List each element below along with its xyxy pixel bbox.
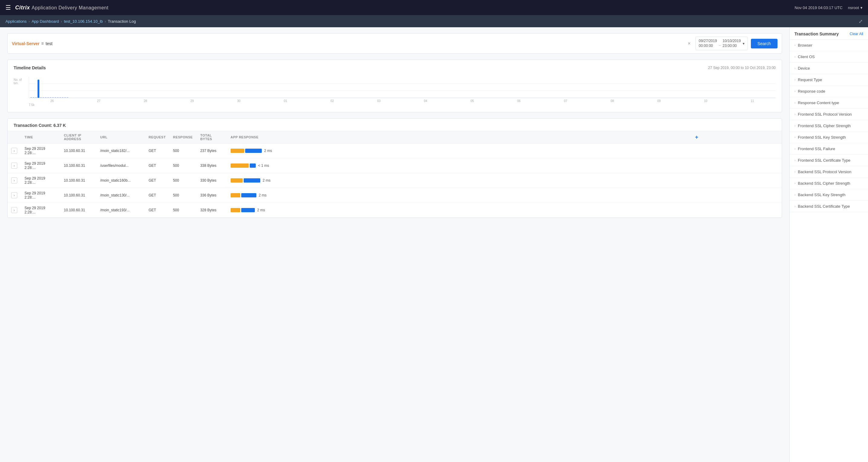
xaxis-label: 03	[377, 99, 380, 103]
chevron-right-icon: ›	[795, 124, 795, 127]
cell-url: /moin_static182/...	[97, 144, 145, 158]
cell-url: /moin_static193/...	[97, 203, 145, 218]
chevron-right-icon: ›	[795, 193, 795, 196]
sidebar-item-backend-ssl-key-strength[interactable]: › Backend SSL Key Strength	[789, 189, 868, 201]
search-button[interactable]: Search	[751, 39, 777, 49]
sidebar-item-label: Frontend SSL Key Strength	[798, 135, 846, 140]
sidebar-item-backend-ssl-cipher-strength[interactable]: › Backend SSL Cipher Strength	[789, 178, 868, 189]
topbar-right: Nov 04 2019 04:03:17 UTC nsroot ▾	[795, 5, 863, 10]
chevron-right-icon: ›	[795, 135, 795, 139]
date-chevron-icon: ▾	[743, 41, 745, 46]
sidebar-item-frontend-ssl-key-strength[interactable]: › Frontend SSL Key Strength	[789, 132, 868, 143]
table-row: › Sep 29 2019 2:28:... 10.100.60.31 /moi…	[7, 203, 782, 218]
user-menu[interactable]: nsroot ▾	[848, 5, 863, 10]
chevron-right-icon: ›	[795, 43, 795, 47]
xaxis-label: 26	[51, 99, 54, 103]
sidebar-item-client-os[interactable]: › Client OS	[789, 51, 868, 63]
xaxis-label: 02	[331, 99, 334, 103]
sidebar-item-frontend-ssl-failure[interactable]: › Frontend SSL Failure	[789, 143, 868, 155]
sidebar-item-response-code[interactable]: › Response code	[789, 86, 868, 97]
xaxis-label: 28	[144, 99, 147, 103]
chart-bar-7	[47, 97, 49, 98]
cell-ip: 10.100.60.31	[60, 158, 97, 173]
expand-row-button[interactable]: ›	[11, 177, 17, 183]
cell-ip: 10.100.60.31	[60, 203, 97, 218]
chart-bar-10	[55, 97, 56, 98]
cell-bytes: 336 Bytes	[197, 188, 227, 203]
clear-filter-button[interactable]: ×	[686, 40, 692, 47]
chart-bar-5	[42, 97, 44, 98]
external-link-icon[interactable]: ⤢	[859, 19, 863, 24]
sidebar-item-label: Request Type	[798, 78, 822, 82]
sidebar-item-label: Frontend SSL Cipher Strength	[798, 124, 850, 128]
bar-blue	[244, 178, 260, 183]
datetime-display: Nov 04 2019 04:03:17 UTC	[795, 5, 843, 10]
date-dash: _	[719, 41, 721, 46]
date-start: 09/27/2019	[699, 39, 717, 43]
cell-url: /moin_static160b...	[97, 173, 145, 188]
expand-row-button[interactable]: ›	[11, 162, 17, 168]
sidebar-item-frontend-ssl-protocol-version[interactable]: › Frontend SSL Protocol Version	[789, 109, 868, 120]
sidebar-item-browser[interactable]: › Browser	[789, 40, 868, 51]
clear-all-button[interactable]: Clear All	[849, 32, 863, 36]
cell-response: 500	[169, 203, 197, 218]
chevron-right-icon: ›	[795, 147, 795, 151]
expand-row-button[interactable]: ›	[11, 148, 17, 154]
chevron-right-icon: ›	[795, 182, 795, 185]
sidebar-item-label: Backend SSL Protocol Version	[798, 170, 851, 174]
xaxis-label: 06	[517, 99, 521, 103]
filter-key: Virtual-Server	[12, 41, 40, 46]
sidebar-item-request-type[interactable]: › Request Type	[789, 74, 868, 86]
cell-request: GET	[145, 203, 169, 218]
chevron-right-icon: ›	[795, 55, 795, 58]
logo-citrix: Citrix	[15, 4, 30, 10]
cell-time: Sep 29 2019 2:28:...	[21, 188, 60, 203]
response-time: 2 ms	[257, 208, 265, 212]
cell-time: Sep 29 2019 2:28:...	[21, 173, 60, 188]
sidebar-item-backend-ssl-certificate-type[interactable]: › Backend SSL Certificate Type	[789, 201, 868, 212]
bar-orange	[230, 193, 240, 197]
sidebar-item-frontend-ssl-cipher-strength[interactable]: › Frontend SSL Cipher Strength	[789, 120, 868, 132]
add-column-icon[interactable]: +	[695, 134, 698, 140]
chevron-right-icon: ›	[795, 170, 795, 174]
hamburger-icon[interactable]: ☰	[5, 4, 11, 11]
sidebar-item-frontend-ssl-certificate-type[interactable]: › Frontend SSL Certificate Type	[789, 155, 868, 166]
user-chevron-icon: ▾	[861, 5, 863, 10]
chevron-right-icon: ›	[795, 78, 795, 82]
content-area: Virtual-Server = test × 09/27/2019 00:00…	[0, 27, 789, 462]
username: nsroot	[848, 5, 859, 10]
col-url: URL	[97, 131, 145, 144]
breadcrumb-vserver[interactable]: test_10.106.154.10_lb	[64, 19, 103, 24]
xaxis-label: 10	[704, 99, 707, 103]
breadcrumb-applications[interactable]: Applications	[5, 19, 27, 24]
xaxis-label: 07	[564, 99, 567, 103]
chart-bar-13	[62, 97, 64, 98]
xaxis-label: 05	[471, 99, 474, 103]
sidebar-item-backend-ssl-protocol-version[interactable]: › Backend SSL Protocol Version	[789, 166, 868, 178]
cell-ip: 10.100.60.31	[60, 173, 97, 188]
sidebar-item-label: Response code	[798, 89, 825, 94]
sidebar-items: › Browser › Client OS › Device › Request…	[789, 40, 868, 212]
chart-bar-3	[37, 80, 39, 98]
cell-ip: 10.100.60.31	[60, 144, 97, 158]
date-range-picker[interactable]: 09/27/2019 00:00:00 _ 10/10/2019 23:00:0…	[695, 37, 748, 50]
sidebar-item-device[interactable]: › Device	[789, 63, 868, 74]
chevron-right-icon: ›	[795, 67, 795, 70]
breadcrumb: Applications › App Dashboard › test_10.1…	[0, 15, 868, 27]
cell-response: 500	[169, 158, 197, 173]
cell-bytes: 338 Bytes	[197, 158, 227, 173]
sidebar-item-label: Backend SSL Key Strength	[798, 192, 845, 197]
table-row: › Sep 29 2019 2:28:... 10.100.60.31 /moi…	[7, 188, 782, 203]
sidebar-item-label: Browser	[798, 43, 812, 48]
right-sidebar: Transaction Summary Clear All › Browser …	[789, 27, 868, 462]
col-time: TIME	[21, 131, 60, 144]
chart-bar-8	[50, 97, 52, 98]
main-layout: Virtual-Server = test × 09/27/2019 00:00…	[0, 27, 868, 462]
expand-row-button[interactable]: ›	[11, 207, 17, 213]
expand-row-button[interactable]: ›	[11, 192, 17, 198]
breadcrumb-sep-2: ›	[61, 19, 62, 24]
sidebar-item-response-content-type[interactable]: › Response Content type	[789, 97, 868, 109]
chart-bar-4	[40, 97, 42, 98]
breadcrumb-app-dashboard[interactable]: App Dashboard	[31, 19, 59, 24]
xaxis-label: 01	[284, 99, 287, 103]
